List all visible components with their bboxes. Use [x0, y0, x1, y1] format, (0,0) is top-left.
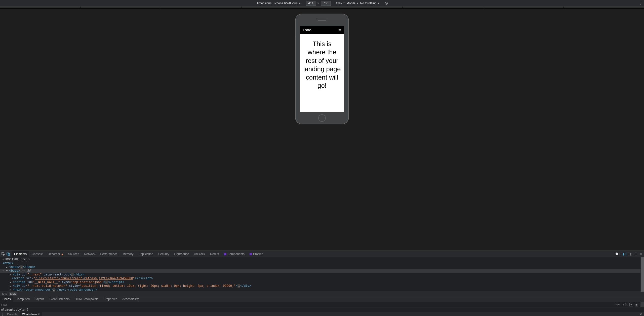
ellipsis-icon[interactable]: … [20, 265, 23, 269]
home-button [318, 114, 326, 122]
drawer-close-icon[interactable]: ✕ [637, 312, 644, 316]
expand-icon[interactable]: ▶ [10, 280, 12, 284]
app-header: LOGO [300, 26, 344, 34]
ruler [0, 7, 644, 9]
tab-redux[interactable]: Redux [208, 251, 221, 257]
doctype-node: <!DOCTYPE html> [3, 258, 30, 261]
drawer-more-icon[interactable]: ⋮ [0, 312, 5, 316]
tab-security[interactable]: Security [156, 251, 172, 257]
styles-filter-input[interactable] [1, 303, 51, 306]
tab-dom-breakpoints[interactable]: DOM Breakpoints [72, 296, 101, 302]
tab-event-listeners[interactable]: Event Listeners [46, 296, 72, 302]
more-icon[interactable]: ⋮ [639, 1, 642, 5]
height-input[interactable] [321, 1, 331, 6]
phone-screen[interactable]: LOGO This is where the rest of your land… [300, 26, 344, 112]
drawer-tab-whatsnew[interactable]: What's New × [20, 312, 42, 316]
breadcrumb-body[interactable]: body [9, 292, 17, 296]
svg-rect-3 [7, 253, 9, 255]
devtools-tabs: Elements Console Recorder ◢ Sources Netw… [0, 251, 644, 257]
drawer-tab-console[interactable]: Console [5, 312, 20, 316]
gear-icon[interactable] [629, 252, 632, 256]
expand-icon[interactable]: ▶ [10, 284, 12, 288]
width-input[interactable] [306, 1, 316, 6]
react-icon [250, 253, 252, 255]
phone-frame: LOGO This is where the rest of your land… [295, 14, 349, 124]
tab-performance[interactable]: Performance [98, 251, 120, 257]
tab-recorder[interactable]: Recorder ◢ [45, 251, 65, 257]
preview-badge-icon: ◢ [61, 253, 63, 255]
more-icon[interactable]: ⋮ [634, 252, 637, 256]
tab-application[interactable]: Application [136, 251, 156, 257]
svg-line-1 [385, 2, 387, 4]
rotate-icon[interactable] [385, 2, 388, 5]
close-icon[interactable]: ✕ [639, 252, 642, 256]
inspect-icon[interactable] [2, 252, 5, 256]
expand-icon[interactable]: ▶ [6, 265, 9, 269]
devtools-panel: Elements Console Recorder ◢ Sources Netw… [0, 251, 644, 316]
device-type: Mobile [347, 2, 355, 5]
tab-sources[interactable]: Sources [65, 251, 82, 257]
tab-properties[interactable]: Properties [101, 296, 120, 302]
chevron-down-icon: ▼ [299, 2, 301, 5]
expand-icon[interactable]: ▶ [10, 288, 12, 292]
device-name: iPhone 6/7/8 Plus [274, 2, 298, 5]
throttling-select[interactable]: No throttling▼ [360, 2, 380, 5]
tab-elements[interactable]: Elements [12, 251, 29, 257]
tab-memory[interactable]: Memory [120, 251, 136, 257]
styles-filter-bar: :hov .cls + ▣ ◨ [0, 302, 644, 307]
computed-toggle-icon[interactable]: ▣ [635, 303, 638, 306]
tab-computed[interactable]: Computed [13, 296, 32, 302]
drawer: ⋮ Console What's New × ✕ [0, 312, 644, 316]
chevron-down-icon: ▼ [378, 2, 380, 5]
breadcrumb-html[interactable]: html [1, 292, 9, 296]
tab-styles[interactable]: Styles [0, 296, 13, 302]
dom-tree[interactable]: <!DOCTYPE html> <html> ▶<head>…</head> ⋯… [0, 257, 644, 292]
dimensions-label: Dimensions: [256, 2, 272, 5]
dimension-separator: × [317, 2, 319, 5]
throttling-value: No throttling [360, 2, 377, 5]
tab-layout[interactable]: Layout [32, 296, 46, 302]
close-tab-icon[interactable]: × [38, 312, 40, 316]
head-close: </head> [23, 265, 35, 269]
scrollbar[interactable] [640, 302, 644, 307]
html-node[interactable]: <html> [3, 262, 13, 265]
hov-toggle[interactable]: :hov [613, 303, 620, 306]
new-style-button[interactable]: + [629, 303, 633, 306]
svg-point-5 [630, 253, 631, 254]
styles-tabs: Styles Computed Layout Event Listeners D… [0, 296, 644, 302]
device-viewport: LOGO This is where the rest of your land… [0, 9, 644, 251]
tab-network[interactable]: Network [82, 251, 98, 257]
collapse-icon[interactable]: ▼ [6, 269, 9, 273]
chevron-down-icon: ▼ [343, 2, 345, 5]
breadcrumb: html body [0, 292, 644, 296]
react-icon [224, 253, 226, 255]
tab-profiler[interactable]: Profiler [247, 251, 265, 257]
device-toolbar: Dimensions: iPhone 6/7/8 Plus▼ × 43%▼ Mo… [0, 0, 644, 7]
cls-toggle[interactable]: .cls [621, 303, 628, 306]
message-badge[interactable]: ▮ 1 [623, 252, 627, 256]
device-select[interactable]: iPhone 6/7/8 Plus▼ [274, 2, 301, 5]
body-node-selected[interactable]: ⋯ ▼<body> == $0 [0, 269, 644, 273]
tab-accessibility[interactable]: Accessibility [120, 296, 141, 302]
tab-console[interactable]: Console [29, 251, 45, 257]
head-open[interactable]: <head> [9, 265, 20, 269]
logo: LOGO [303, 29, 311, 32]
tab-adblock[interactable]: AdBlock [191, 251, 208, 257]
expand-icon[interactable]: ▶ [10, 273, 12, 277]
zoom-value: 43% [336, 2, 342, 5]
tab-components[interactable]: Components [221, 251, 247, 257]
page-content: This is where the rest of your landing p… [300, 34, 344, 96]
element-style-rule[interactable]: element.style { [0, 307, 644, 312]
chevron-down-icon: ▼ [356, 2, 359, 5]
scrollbar[interactable] [640, 257, 644, 292]
error-badge[interactable]: 1 [616, 252, 621, 256]
device-type-select[interactable]: Mobile▼ [347, 2, 359, 5]
device-toggle-icon[interactable] [7, 252, 10, 256]
hamburger-icon[interactable] [339, 29, 341, 31]
tab-lighthouse[interactable]: Lighthouse [172, 251, 192, 257]
zoom-select[interactable]: 43%▼ [336, 2, 345, 5]
